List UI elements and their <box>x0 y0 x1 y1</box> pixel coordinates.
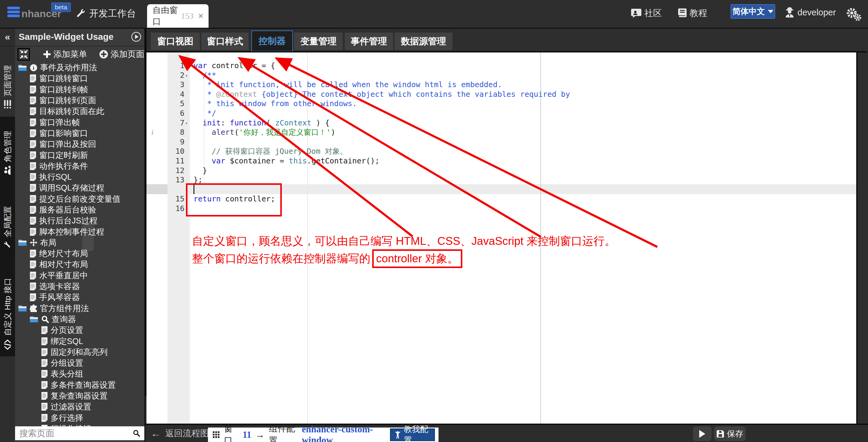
line-number: 12 <box>167 166 184 175</box>
tree-item[interactable]: 调用SQL存储过程 <box>15 182 144 193</box>
language-select[interactable]: 简体中文 <box>731 4 775 19</box>
tree-item-label: 水平垂直居中 <box>39 270 88 281</box>
collapse-all-button[interactable] <box>18 48 30 61</box>
tree-item[interactable]: 目标跳转页面在此 <box>15 106 144 117</box>
document-icon <box>30 162 36 170</box>
tree-item-label: 查询器 <box>52 314 76 325</box>
crumb-window-number[interactable]: 11 <box>243 429 251 440</box>
tree-item[interactable]: 固定列和高亮列 <box>15 347 144 358</box>
tree-item[interactable]: 窗口定时刷新 <box>15 150 144 160</box>
tree-item[interactable]: 复杂查询器设置 <box>15 390 144 401</box>
add-menu-button[interactable]: 添加菜单 <box>43 49 87 60</box>
tree-item[interactable]: 相对尺寸布局 <box>15 259 144 270</box>
tree-item[interactable]: 绝对尺寸布局 <box>15 248 144 259</box>
line-number: 1 <box>167 61 184 70</box>
add-page-button[interactable]: 添加页面 <box>99 49 144 60</box>
active-line-highlight <box>167 184 856 194</box>
run-project-icon[interactable] <box>131 32 141 42</box>
tree-item[interactable]: 窗口弹出帧 <box>15 117 144 127</box>
pane-divider <box>540 53 541 423</box>
code-line-15: return controller; <box>193 194 275 204</box>
tree-item[interactable]: 水平垂直居中 <box>15 270 144 281</box>
tree-item[interactable]: 多条件查询器设置 <box>15 380 144 390</box>
tree-item-label: 官方组件用法 <box>40 303 89 314</box>
user-menu[interactable]: developer <box>785 7 836 18</box>
back-to-flow-button[interactable]: ← 返回流程图 <box>151 425 209 442</box>
save-button[interactable]: 保存 <box>714 426 746 441</box>
tree-item[interactable]: 提交后台前改变变量值 <box>15 194 144 204</box>
grid-icon <box>213 431 220 439</box>
tree-item[interactable]: 过滤器设置 <box>15 401 144 412</box>
teach-me-button[interactable]: 教我配置 <box>390 429 435 441</box>
tree-item-label: 目标跳转页面在此 <box>39 106 104 117</box>
editor-tab-5[interactable]: 事件管理 <box>345 33 393 50</box>
preview-run-button[interactable] <box>693 426 711 441</box>
crumb-component-name[interactable]: enhancer-custom-window <box>302 424 386 442</box>
tree-item[interactable]: 窗口弹出及按回 <box>15 139 144 150</box>
project-title: Sample-Widget Usage <box>19 32 131 42</box>
tree-item[interactable]: 绑定SQL <box>15 335 144 347</box>
rail-tab-2[interactable]: 角色管理 <box>0 119 15 178</box>
code-editor[interactable]: 1▾2▾34567▾8910111213141516 i var control… <box>147 53 856 423</box>
rail-tab-3[interactable]: 全局配置 <box>0 193 15 252</box>
tree-scrollbar[interactable] <box>82 222 94 251</box>
editor-tab-4[interactable]: 变量管理 <box>294 33 343 50</box>
tree-item[interactable]: 脚本控制事件过程 <box>15 226 144 237</box>
info-icon: i <box>30 64 37 71</box>
tree-item[interactable]: 手风琴容器 <box>15 292 144 303</box>
tree-item[interactable]: 分页设置 <box>15 325 144 335</box>
fold-toggle-icon[interactable]: ▾ <box>185 70 188 80</box>
tree-folder[interactable]: 查询器 <box>15 314 144 325</box>
tree-item[interactable]: 执行SQL <box>15 172 144 182</box>
search-icon[interactable] <box>133 429 140 438</box>
search-input[interactable] <box>15 429 133 438</box>
beta-badge: beta <box>51 2 71 12</box>
rail-tab-1[interactable]: 页面管理 <box>0 50 15 112</box>
settings-gears-button[interactable] <box>846 7 861 21</box>
tree-item[interactable]: 动作执行条件 <box>15 161 144 172</box>
editor-tab-2[interactable]: 窗口样式 <box>201 33 249 50</box>
tree-item[interactable]: 选项卡容器 <box>15 281 144 292</box>
main-area: 窗口视图窗口样式控制器变量管理事件管理数据源管理 1▾2▾34567▾89101… <box>145 28 868 442</box>
line-number: 6 <box>167 109 184 118</box>
tree-folder[interactable]: i事件及动作用法 <box>15 62 144 73</box>
tutorial-link[interactable]: 教程 <box>678 7 707 19</box>
close-icon[interactable]: × <box>198 11 203 21</box>
tree-folder[interactable]: 官方组件用法 <box>15 303 144 314</box>
sidebar-header: Sample-Widget Usage <box>15 28 144 47</box>
tree-item[interactable]: 窗口跳转到页面 <box>15 95 144 106</box>
tree-item[interactable]: 多行选择 <box>15 412 144 423</box>
floppy-icon <box>717 430 724 438</box>
tree-item[interactable]: 窗口影响窗口 <box>15 128 144 139</box>
fold-toggle-icon[interactable]: ▾ <box>185 118 188 128</box>
tree-item[interactable]: 执行后台JS过程 <box>15 215 144 226</box>
document-icon <box>41 414 48 422</box>
tree-item-label: 复杂查询器设置 <box>51 390 107 401</box>
user-icon <box>785 7 795 18</box>
tree-item[interactable]: 窗口跳转窗口 <box>15 73 144 84</box>
editor-tab-3[interactable]: 控制器 <box>251 30 293 52</box>
code-line-3: * init function, will be called when the… <box>193 80 502 90</box>
collapse-sidebar-button[interactable]: « <box>0 28 15 47</box>
tree-item-label: 脚本控制事件过程 <box>39 227 104 237</box>
rail-tab-4[interactable]: 自定义 Http 接口 <box>0 264 15 353</box>
code-line-11: var $container = this.getContainer(); <box>193 156 379 166</box>
tab-free-window[interactable]: 自由窗口 153 × <box>147 4 209 28</box>
gear-icon <box>846 7 861 21</box>
document-icon <box>30 195 36 203</box>
line-number: 16 <box>167 204 184 213</box>
tree-item[interactable]: 服务器后台校验 <box>15 204 144 215</box>
chevron-down-icon <box>768 10 773 13</box>
editor-tab-1[interactable]: 窗口视图 <box>151 33 200 50</box>
code-icon <box>4 340 11 350</box>
tree-folder[interactable]: 布局 <box>15 237 144 248</box>
tree-item[interactable]: 表头分组 <box>15 369 144 379</box>
tree-item[interactable]: 窗口跳转到帧 <box>15 84 144 95</box>
tree-item[interactable]: 分组设置 <box>15 358 144 369</box>
folder-icon <box>30 315 38 323</box>
editor-tab-6[interactable]: 数据源管理 <box>395 33 453 50</box>
community-link[interactable]: 社区 <box>631 7 662 19</box>
fold-toggle-icon[interactable]: ▾ <box>185 61 188 70</box>
line-number: 8 <box>167 127 184 137</box>
sidebar-actions: 添加菜单 添加页面 <box>15 47 144 62</box>
